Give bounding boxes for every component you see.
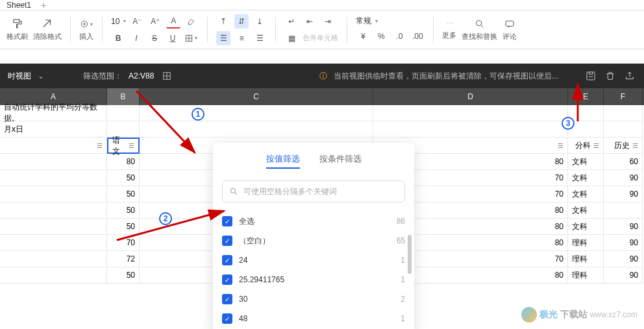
align-center-icon[interactable]: ≡ — [234, 31, 249, 45]
add-sheet-button[interactable]: + — [41, 0, 46, 10]
grid-icon[interactable] — [160, 71, 173, 80]
checkbox-icon[interactable]: ✓ — [222, 255, 232, 265]
filter-option[interactable]: ✓（空白）65 — [222, 231, 405, 250]
find-replace-icon[interactable] — [473, 18, 486, 30]
checkbox-icon[interactable]: ✓ — [222, 313, 232, 324]
indent-left-icon[interactable]: ⇤ — [303, 14, 317, 29]
cell[interactable] — [373, 121, 568, 138]
align-right-icon[interactable]: ☰ — [253, 31, 267, 45]
cell[interactable]: 文科 — [568, 170, 604, 186]
cell[interactable] — [373, 105, 568, 121]
save-view-icon[interactable] — [584, 71, 597, 81]
cell[interactable]: 72 — [107, 251, 140, 267]
cell[interactable]: 文科 — [568, 186, 604, 202]
cell[interactable]: 理科 — [568, 235, 604, 251]
cell[interactable]: 文科 — [568, 202, 604, 219]
valign-bottom-icon[interactable]: ⤓ — [253, 14, 267, 29]
cell[interactable]: 90 — [604, 235, 643, 251]
clear-format-icon[interactable] — [41, 18, 54, 30]
italic-icon[interactable]: I — [129, 31, 143, 45]
cell[interactable]: 90 — [604, 251, 643, 267]
currency-icon[interactable]: ¥ — [356, 29, 370, 43]
number-format-selector[interactable]: 常规▾ — [356, 16, 378, 27]
fill-color-icon[interactable] — [184, 14, 199, 29]
filter-view-name[interactable]: 时视图 — [8, 71, 31, 82]
cell[interactable]: 50 — [107, 267, 140, 284]
cell[interactable]: 90 — [604, 219, 643, 235]
sheet-tab[interactable]: Sheet1 — [6, 1, 31, 10]
filter-header-b[interactable]: 语文☰ — [107, 138, 140, 154]
more-label[interactable]: 更多 — [442, 30, 456, 40]
cell[interactable]: 50 — [107, 202, 140, 219]
cell[interactable]: 90 — [604, 170, 643, 186]
percent-icon[interactable]: % — [374, 29, 388, 43]
checkbox-icon[interactable]: ✓ — [222, 236, 232, 246]
scrollbar[interactable] — [408, 235, 412, 274]
strikethrough-icon[interactable]: S — [147, 31, 162, 45]
cell[interactable] — [568, 105, 604, 121]
cell[interactable] — [140, 121, 373, 138]
cell[interactable]: 80 — [107, 154, 140, 170]
filter-option[interactable]: ✓302 — [222, 289, 405, 309]
decimal-increase-icon[interactable]: .00 — [410, 29, 425, 43]
cell[interactable]: 70 — [107, 235, 140, 251]
filter-option[interactable]: ✓241 — [222, 250, 405, 270]
filter-icon[interactable]: ☰ — [558, 142, 564, 149]
delete-view-icon[interactable] — [604, 71, 617, 81]
border-icon[interactable]: ▾ — [184, 31, 198, 45]
indent-right-icon[interactable]: ⇥ — [321, 14, 335, 29]
cell[interactable] — [107, 105, 140, 121]
cell[interactable]: 50 — [107, 170, 140, 186]
chevron-down-icon[interactable]: ⌄ — [38, 71, 44, 80]
checkbox-icon[interactable]: ✓ — [222, 274, 232, 285]
font-size-increase-icon[interactable]: A⁺ — [148, 14, 162, 29]
cell[interactable]: 理科 — [568, 267, 604, 284]
cell[interactable]: 月x日 — [0, 121, 107, 138]
wrap-text-icon[interactable]: ↵ — [284, 14, 299, 29]
format-painter-icon[interactable] — [11, 18, 24, 30]
filter-option[interactable]: ✓25.294117651 — [222, 270, 405, 289]
filter-option[interactable]: ✓全选86 — [222, 212, 405, 231]
cell[interactable] — [0, 219, 107, 235]
cell[interactable] — [604, 202, 643, 219]
col-header-c[interactable]: C — [140, 88, 373, 105]
cell[interactable]: 文科 — [568, 154, 604, 170]
align-left-icon[interactable]: ☰ — [216, 31, 230, 45]
cell[interactable] — [0, 202, 107, 219]
underline-icon[interactable]: U — [166, 31, 180, 45]
filter-search-input[interactable]: 可使用空格分隔多个关键词 — [222, 180, 405, 202]
cell[interactable] — [0, 170, 107, 186]
cell[interactable] — [140, 105, 373, 121]
filter-icon[interactable]: ☰ — [129, 142, 134, 149]
filter-header-f[interactable]: 历史☰ — [604, 138, 643, 154]
filter-icon[interactable]: ☰ — [97, 142, 103, 149]
insert-icon[interactable]: ▾ — [80, 18, 93, 30]
col-header-d[interactable]: D — [373, 88, 568, 105]
comments-icon[interactable] — [503, 18, 516, 30]
cell[interactable]: 90 — [604, 186, 643, 202]
filter-option[interactable]: ✓481 — [222, 309, 405, 328]
decimal-decrease-icon[interactable]: .0 — [392, 29, 406, 43]
cell[interactable] — [604, 105, 643, 121]
cell[interactable] — [604, 121, 643, 138]
cell[interactable]: 90 — [604, 267, 643, 284]
cell[interactable] — [0, 186, 107, 202]
cell[interactable]: 50 — [107, 186, 140, 202]
cell[interactable] — [0, 267, 107, 284]
tab-filter-by-condition[interactable]: 按条件筛选 — [319, 151, 362, 169]
bold-icon[interactable]: B — [111, 31, 125, 45]
checkbox-icon[interactable]: ✓ — [222, 294, 232, 304]
share-view-icon[interactable] — [623, 71, 636, 81]
valign-middle-icon[interactable]: ⇵ — [234, 14, 249, 29]
tab-filter-by-value[interactable]: 按值筛选 — [266, 151, 300, 169]
valign-top-icon[interactable]: ⤒ — [216, 14, 230, 29]
cell[interactable]: 50 — [107, 219, 140, 235]
cell[interactable] — [0, 235, 107, 251]
cell[interactable]: 文科 — [568, 219, 604, 235]
cell[interactable]: 60 — [604, 154, 643, 170]
font-color-icon[interactable]: A — [166, 14, 180, 29]
col-header-e[interactable]: E — [568, 88, 604, 105]
cell[interactable] — [0, 154, 107, 170]
filter-header-e[interactable]: 分科☰ — [568, 138, 604, 154]
filter-header-a[interactable]: ☰ — [0, 138, 107, 154]
